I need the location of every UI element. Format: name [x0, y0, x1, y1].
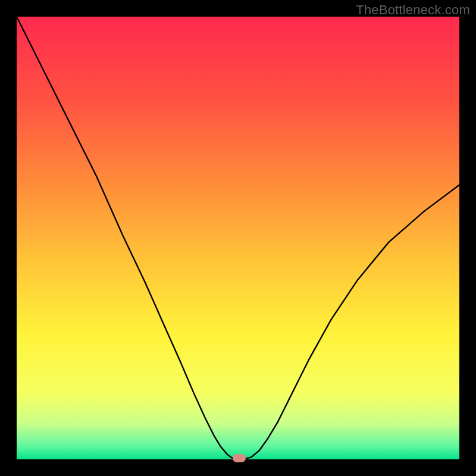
minimum-marker — [233, 454, 246, 462]
watermark-text: TheBottleneck.com — [356, 2, 470, 18]
chart-frame: TheBottleneck.com — [0, 0, 476, 476]
chart-svg — [17, 17, 459, 459]
plot-area — [17, 17, 459, 459]
